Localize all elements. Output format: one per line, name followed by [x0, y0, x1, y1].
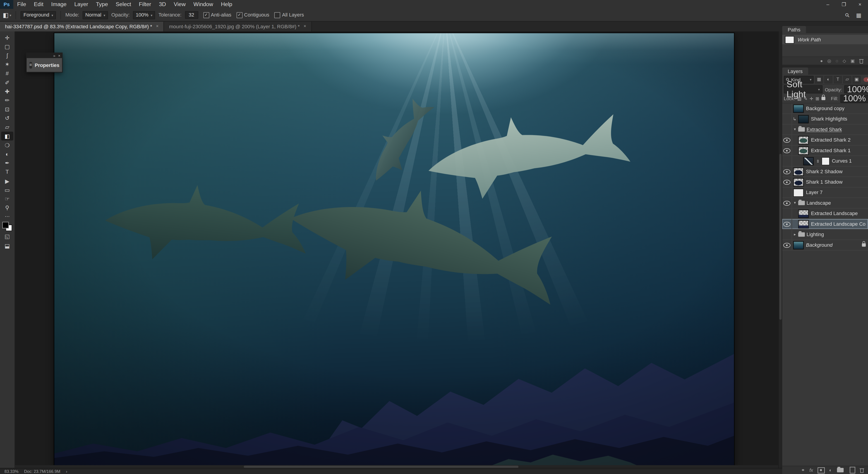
collapse-panel-icon[interactable]: » — [53, 54, 56, 57]
layer-row-extracted-shark[interactable]: ▾Extracted Shark — [782, 124, 868, 135]
crop-tool[interactable]: # — [1, 69, 13, 78]
link-layers-button[interactable]: ⚭ — [801, 468, 805, 473]
layer-visibility-toggle[interactable] — [782, 166, 792, 176]
shape-tool[interactable]: ▭ — [1, 185, 13, 195]
layer-visibility-toggle[interactable] — [782, 198, 792, 208]
layer-row-lighting[interactable]: ▸Lighting — [782, 230, 868, 240]
layer-thumbnail[interactable] — [803, 157, 814, 165]
type-tool[interactable]: T — [1, 168, 13, 177]
tab-paths[interactable]: Paths — [782, 26, 806, 33]
layer-thumbnail[interactable] — [793, 178, 804, 186]
lock-artboard-icon[interactable]: ⊞ — [815, 96, 819, 101]
layer-thumbnail[interactable] — [798, 220, 809, 228]
lock-transparency-icon[interactable]: ▨ — [797, 96, 802, 101]
layer-visibility-toggle[interactable] — [782, 145, 792, 155]
history-brush-tool[interactable]: ↺ — [1, 114, 13, 123]
menu-edit[interactable]: Edit — [30, 0, 47, 9]
healing-brush-tool[interactable]: ✚ — [1, 87, 13, 96]
close-panel-icon[interactable]: × — [58, 54, 60, 57]
layer-thumbnail[interactable] — [793, 104, 804, 113]
mode-dropdown[interactable]: Normal ▾ — [83, 11, 108, 19]
lock-pixels-icon[interactable]: ✎ — [804, 96, 807, 101]
path-row[interactable]: Work Path — [782, 35, 868, 44]
layer-thumbnail[interactable] — [793, 241, 804, 249]
layer-thumbnail[interactable] — [793, 167, 804, 176]
checkbox-all-layers[interactable]: All Layers — [274, 12, 304, 18]
eraser-tool[interactable]: ▱ — [1, 123, 13, 132]
layer-visibility-toggle[interactable] — [782, 219, 792, 229]
checkbox-contiguous[interactable]: ✓Contiguous — [236, 12, 270, 18]
new-adjustment-layer-button[interactable]: ◐ — [829, 468, 832, 473]
layer-row-extracted-landscape[interactable]: Extracted Landscape — [782, 208, 868, 219]
color-swatches[interactable] — [2, 222, 12, 231]
move-tool[interactable]: ✛ — [1, 33, 13, 42]
menu-filter[interactable]: Filter — [135, 0, 155, 9]
layer-effects-button[interactable]: fx — [809, 468, 813, 473]
layer-visibility-toggle[interactable] — [782, 124, 792, 134]
layer-visibility-toggle[interactable] — [782, 135, 792, 145]
eyedropper-tool[interactable]: ✐ — [1, 78, 13, 87]
fill-source-dropdown[interactable]: Foreground ▾ — [21, 11, 56, 19]
menu-help[interactable]: Help — [217, 0, 236, 9]
active-tool-preset[interactable]: ◧ ▾ — [3, 11, 11, 19]
clone-stamp-tool[interactable]: ⊡ — [1, 105, 13, 114]
scrollbar-thumb[interactable] — [244, 466, 519, 468]
new-path-button[interactable]: ▣ — [850, 58, 855, 63]
menu-select[interactable]: Select — [112, 0, 135, 9]
zoom-tool[interactable]: ⚲ — [1, 203, 13, 212]
layer-row-shark-2-shadow[interactable]: Shark 2 Shadow — [782, 166, 868, 177]
layer-visibility-toggle[interactable] — [782, 156, 792, 166]
path-selection-tool[interactable]: ▶ — [1, 176, 13, 185]
lock-all-icon[interactable] — [822, 96, 825, 101]
tab-close-icon[interactable]: × — [304, 24, 306, 29]
layer-thumbnail[interactable] — [798, 146, 809, 155]
layer-row-curves-1[interactable]: ∞Curves 1 — [782, 156, 868, 166]
edit-toolbar-icon[interactable]: ⋯ — [5, 213, 10, 219]
paint-bucket-tool[interactable]: ◧ — [1, 132, 13, 141]
menu-image[interactable]: Image — [47, 0, 70, 9]
document-tab[interactable]: mount-fuji-2305606_1920.jpg @ 200% (Laye… — [164, 21, 312, 31]
status-chevron-icon[interactable]: › — [66, 469, 67, 474]
foreground-color-swatch[interactable] — [2, 222, 9, 228]
window-minimize-button[interactable]: – — [820, 0, 836, 9]
properties-panel-tab[interactable]: ≡ Properties — [26, 58, 62, 73]
layer-mask-thumbnail[interactable] — [822, 157, 830, 165]
brush-tool[interactable]: ✏ — [1, 96, 13, 105]
new-layer-button[interactable] — [850, 467, 855, 473]
filter-smart-objects-icon[interactable]: ▣ — [852, 75, 861, 83]
add-layer-mask-button[interactable] — [817, 467, 825, 473]
layer-visibility-toggle[interactable] — [782, 188, 792, 197]
fill-path-button[interactable]: ● — [820, 58, 823, 63]
tab-close-icon[interactable]: × — [156, 24, 158, 29]
menu-view[interactable]: View — [170, 0, 189, 9]
quick-mask-button[interactable]: ◱ — [1, 232, 13, 241]
layer-row-extracted-shark-1[interactable]: Extracted Shark 1 — [782, 145, 868, 156]
layer-row-layer-7[interactable]: Layer 7 — [782, 188, 868, 198]
fill-dropdown[interactable]: 100% ▾ — [840, 94, 868, 103]
scrollbar-thumb[interactable] — [779, 154, 782, 320]
layer-row-background-copy[interactable]: Background copy — [782, 103, 868, 114]
filter-shape-layers-icon[interactable]: ▱ — [843, 75, 851, 83]
layer-visibility-toggle[interactable] — [782, 240, 792, 250]
workspace-icon[interactable]: ▦ — [856, 12, 861, 18]
stroke-path-button[interactable]: ◎ — [827, 58, 831, 63]
layer-row-extracted-shark-2[interactable]: Extracted Shark 2 — [782, 135, 868, 145]
delete-path-button[interactable] — [859, 58, 864, 63]
filter-type-layers-icon[interactable]: T — [834, 75, 842, 83]
layer-visibility-toggle[interactable] — [782, 230, 792, 239]
menu-file[interactable]: File — [13, 0, 30, 9]
path-as-selection-button[interactable]: ◌ — [836, 58, 838, 63]
hand-tool[interactable]: ☞ — [1, 194, 13, 203]
group-expand-toggle[interactable]: ▾ — [792, 201, 798, 205]
search-icon[interactable]: ⚲ — [844, 11, 851, 19]
layer-thumbnail[interactable] — [798, 115, 809, 123]
delete-layer-button[interactable] — [860, 468, 864, 473]
blur-tool[interactable]: ❍ — [1, 141, 13, 150]
menu-window[interactable]: Window — [189, 0, 217, 9]
layer-row-landscape[interactable]: ▾Landscape — [782, 198, 868, 208]
document-canvas[interactable] — [54, 33, 734, 468]
document-tab[interactable]: hai-3347787.psd @ 83.3% (Extracted Lands… — [0, 21, 164, 31]
window-close-button[interactable]: × — [852, 0, 868, 9]
layer-row-shark-highlights[interactable]: ↳Shark Highlights — [782, 114, 868, 124]
menu-3d[interactable]: 3D — [155, 0, 170, 9]
